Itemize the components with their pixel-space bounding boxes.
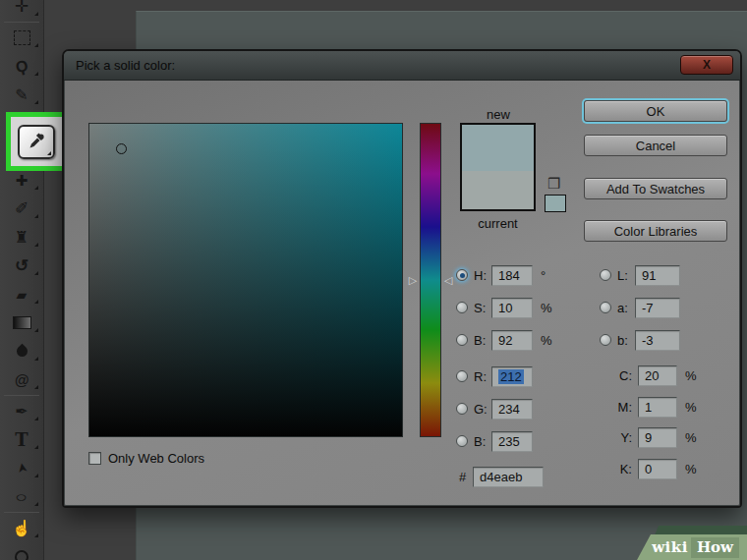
r-radio[interactable] xyxy=(456,370,468,382)
r-selected-text: 212 xyxy=(498,369,524,384)
hue-marker-right-icon[interactable]: ◁ xyxy=(442,274,454,286)
toolbar-separator xyxy=(4,22,39,23)
k-suffix: % xyxy=(685,462,697,476)
gradient-tool[interactable] xyxy=(0,308,43,337)
gradient-tool-icon xyxy=(13,316,31,329)
r-input[interactable]: 212 xyxy=(491,366,533,387)
b2-radio[interactable] xyxy=(456,435,468,447)
web-safe-cube-icon[interactable]: ❒ xyxy=(547,175,560,193)
clone-stamp-tool-icon: ♜ xyxy=(15,230,29,246)
lab-b-radio[interactable] xyxy=(600,334,611,346)
only-web-colors-checkbox[interactable] xyxy=(88,452,101,465)
new-color-swatch xyxy=(462,125,534,171)
lasso-tool[interactable]: Ϙ xyxy=(0,52,43,81)
web-safe-color-swatch[interactable] xyxy=(545,195,566,212)
a-input[interactable]: -7 xyxy=(635,298,680,318)
current-color-swatch[interactable] xyxy=(462,171,534,209)
saturation-brightness-field[interactable] xyxy=(88,123,403,437)
lab-b-input[interactable]: -3 xyxy=(635,330,680,351)
color-field-marker[interactable] xyxy=(116,143,127,154)
m-input[interactable]: 1 xyxy=(638,397,677,418)
path-selection-tool[interactable]: ➤ xyxy=(0,454,43,482)
k-label: K: xyxy=(614,462,632,476)
s-suffix: % xyxy=(541,301,552,315)
c-suffix: % xyxy=(685,368,697,383)
blur-tool[interactable] xyxy=(0,337,43,365)
rect-marquee-tool-icon xyxy=(14,30,30,45)
toolbar-separator xyxy=(4,395,39,396)
g-input[interactable]: 234 xyxy=(491,399,533,420)
current-label: current xyxy=(462,216,534,231)
eraser-tool[interactable]: ▰ xyxy=(0,280,43,308)
ok-button[interactable]: OK xyxy=(584,100,727,122)
y-input[interactable]: 9 xyxy=(638,427,677,448)
history-brush-tool[interactable]: ↺ xyxy=(0,252,43,280)
b2-input[interactable]: 235 xyxy=(491,431,533,452)
b-radio[interactable] xyxy=(456,334,468,346)
dialog-title: Pick a solid color: xyxy=(76,58,175,73)
l-input[interactable]: 91 xyxy=(635,265,680,286)
hue-marker-left-icon[interactable]: ▷ xyxy=(407,274,419,286)
l-label: L: xyxy=(617,268,635,283)
s-radio[interactable] xyxy=(456,302,468,313)
m-label: M: xyxy=(614,400,632,415)
add-to-swatches-button[interactable]: Add To Swatches xyxy=(584,178,727,199)
zoom-tool-icon xyxy=(15,550,29,560)
b2-label: B: xyxy=(474,434,491,449)
g-label: G: xyxy=(474,402,491,417)
toolbar-separator xyxy=(4,512,39,513)
move-tool-icon: ✛ xyxy=(15,0,29,15)
brush-tool-icon: ✐ xyxy=(15,200,29,217)
type-tool-icon: T xyxy=(15,431,28,449)
pen-tool[interactable]: ✒ xyxy=(0,397,43,425)
h-input[interactable]: 184 xyxy=(491,265,533,286)
hand-tool[interactable]: ☝ xyxy=(0,514,43,542)
b-input[interactable]: 92 xyxy=(491,330,533,351)
quick-selection-tool-icon: ✎ xyxy=(15,87,28,103)
c-label: C: xyxy=(614,368,632,383)
cancel-button[interactable]: Cancel xyxy=(584,135,727,156)
eraser-tool-icon: ▰ xyxy=(17,288,28,302)
g-radio[interactable] xyxy=(456,403,468,415)
only-web-colors-label: Only Web Colors xyxy=(108,451,204,466)
hex-input[interactable]: d4eaeb xyxy=(473,467,544,487)
eyedropper-icon xyxy=(27,132,46,151)
dodge-tool-icon: @ xyxy=(15,372,29,387)
dodge-tool[interactable]: @ xyxy=(0,365,43,394)
b-label: B: xyxy=(474,333,491,348)
photoshop-toolbar: ✛Ϙ✎#✚✐♜↺▰@✒T➤○☝ xyxy=(0,0,44,560)
move-tool[interactable]: ✛ xyxy=(0,0,43,21)
s-label: S: xyxy=(474,301,491,315)
eyedropper-tool[interactable] xyxy=(18,125,55,159)
hex-label: # xyxy=(459,470,473,484)
a-radio[interactable] xyxy=(600,302,611,313)
s-input[interactable]: 10 xyxy=(491,298,533,318)
k-input[interactable]: 0 xyxy=(638,459,677,479)
lasso-tool-icon: Ϙ xyxy=(14,57,29,75)
rect-marquee-tool[interactable] xyxy=(0,24,43,52)
y-label: Y: xyxy=(614,430,632,445)
l-radio[interactable] xyxy=(600,269,611,281)
wikihow-how-text: How xyxy=(691,537,739,558)
zoom-tool[interactable] xyxy=(0,542,43,560)
c-input[interactable]: 20 xyxy=(638,365,677,386)
blur-tool-icon xyxy=(14,344,29,360)
color-picker-dialog: Pick a solid color: X ▷ ◁ new current ❒ … xyxy=(62,49,742,508)
h-suffix: ° xyxy=(541,268,546,283)
b-suffix: % xyxy=(541,333,552,348)
brush-tool[interactable]: ✐ xyxy=(0,195,43,223)
type-tool[interactable]: T xyxy=(0,425,43,454)
clone-stamp-tool[interactable]: ♜ xyxy=(0,223,43,252)
quick-selection-tool[interactable]: ✎ xyxy=(0,81,43,109)
close-button[interactable]: X xyxy=(680,55,733,75)
color-libraries-button[interactable]: Color Libraries xyxy=(584,220,727,242)
h-radio[interactable] xyxy=(456,269,468,281)
hue-slider[interactable] xyxy=(420,123,441,437)
ellipse-tool[interactable]: ○ xyxy=(0,482,43,511)
wikihow-wiki-text: wiki xyxy=(652,538,688,556)
pen-tool-icon: ✒ xyxy=(15,404,28,420)
h-label: H: xyxy=(474,268,491,283)
dialog-titlebar[interactable]: Pick a solid color: xyxy=(64,51,740,81)
wikihow-watermark-band: wiki How xyxy=(637,534,747,560)
lab-b-label: b: xyxy=(617,333,635,348)
